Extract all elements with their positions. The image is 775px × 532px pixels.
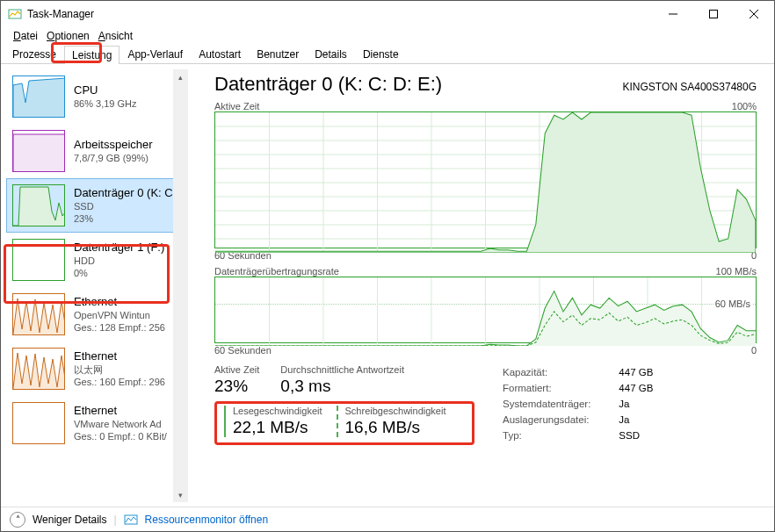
metric-resp-val: 0,3 ms — [280, 377, 404, 396]
sidebar-item-6[interactable]: EthernetVMware Network AdGes.: 0 Empf.: … — [6, 396, 185, 450]
sidebar-item-sub: OpenVPN Wintun — [74, 310, 165, 322]
menubar: Datei Optionen Ansicht — [1, 27, 774, 45]
sidebar-thumb — [12, 130, 65, 172]
minimize-button[interactable] — [653, 1, 693, 27]
sidebar-item-sub: HDD — [74, 255, 164, 268]
sidebar-item-title: Ethernet — [74, 404, 167, 417]
sidebar-item-0[interactable]: CPU86% 3,19 GHz — [6, 69, 185, 124]
sidebar-item-title: Arbeitsspeicher — [74, 138, 153, 151]
chart-transfer-rate: 60 MB/s — [214, 277, 757, 343]
detail-title: Datenträger 0 (K: C: D: E:) — [214, 73, 442, 96]
sidebar-item-sub: Ges.: 0 Empf.: 0 KBit/ — [74, 431, 167, 443]
sidebar-item-sub: VMware Network Ad — [74, 419, 167, 431]
window-title: Task-Manager — [27, 8, 653, 20]
svg-rect-0 — [9, 10, 21, 18]
highlight-readwrite: Lesegeschwindigkeit 22,1 MB/s Schreibges… — [214, 401, 474, 445]
svg-rect-32 — [125, 515, 137, 524]
menu-ansicht[interactable]: Ansicht — [95, 30, 136, 42]
titlebar: Task-Manager — [1, 1, 774, 27]
chevron-up-icon[interactable]: ˄ — [10, 512, 25, 528]
less-details-link[interactable]: Weniger Details — [33, 514, 106, 526]
tab-benutzer[interactable]: Benutzer — [249, 45, 307, 63]
app-icon — [8, 7, 22, 21]
chart1-label-tl: Aktive Zeit — [214, 101, 259, 111]
metric-active-val: 23% — [214, 377, 259, 396]
tabs: Prozesse Leistung App-Verlauf Autostart … — [1, 45, 774, 64]
table-row: Systemdatenträger:Ja — [503, 398, 679, 412]
menu-datei[interactable]: Datei — [10, 30, 41, 42]
tab-appverelauf[interactable]: App-Verlauf — [120, 45, 191, 63]
sidebar-item-5[interactable]: Ethernet以太网Ges.: 160 Empf.: 296 — [6, 341, 185, 396]
chart2-label-tl: Datenträgerübertragungsrate — [214, 266, 339, 277]
sidebar-item-2[interactable]: Datenträger 0 (K: C: D: E:)SSD23% — [6, 178, 185, 233]
table-row: Kapazität:447 GB — [503, 366, 679, 380]
sidebar: CPU86% 3,19 GHzArbeitsspeicher7,8/7,9 GB… — [1, 64, 188, 507]
sidebar-item-sub: 以太网 — [74, 364, 165, 377]
metric-resp-label: Durchschnittliche Antwortzeit — [280, 364, 404, 375]
tab-autostart[interactable]: Autostart — [191, 45, 249, 63]
footer: ˄ Weniger Details | Ressourcenmonitor öf… — [1, 507, 774, 531]
sidebar-item-title: Datenträger 1 (F:) — [74, 241, 164, 254]
chart2-label-tr: 100 MB/s — [716, 266, 757, 277]
svg-rect-2 — [710, 11, 718, 18]
table-row: Auslagerungsdatei:Ja — [503, 413, 679, 428]
sidebar-item-title: Ethernet — [74, 295, 165, 308]
resmon-icon — [124, 513, 138, 527]
detail-panel: Datenträger 0 (K: C: D: E:) KINGSTON SA4… — [188, 64, 774, 507]
sidebar-item-3[interactable]: Datenträger 1 (F:)HDD0% — [6, 233, 185, 287]
metric-active-label: Aktive Zeit — [214, 364, 259, 375]
sidebar-item-sub: SSD — [74, 201, 178, 213]
chart2-label-bl: 60 Sekunden — [214, 345, 272, 356]
sidebar-item-4[interactable]: EthernetOpenVPN WintunGes.: 128 Empf.: 2… — [6, 287, 185, 341]
sidebar-thumb — [12, 293, 65, 335]
metric-read-label: Lesegeschwindigkeit — [233, 406, 322, 416]
sidebar-item-title: CPU — [74, 83, 137, 97]
metric-write-label: Schreibgeschwindigkeit — [345, 406, 446, 416]
resmon-link[interactable]: Ressourcenmonitor öffnen — [145, 514, 269, 526]
metric-write-val: 16,6 MB/s — [345, 418, 446, 437]
sidebar-item-1[interactable]: Arbeitsspeicher7,8/7,9 GB (99%) — [6, 124, 185, 178]
sidebar-thumb — [12, 348, 65, 390]
scroll-down-icon[interactable]: ▾ — [173, 487, 188, 502]
sidebar-thumb — [12, 402, 65, 444]
tab-dienste[interactable]: Dienste — [355, 45, 407, 63]
chart1-label-tr: 100% — [732, 101, 757, 111]
maximize-button[interactable] — [693, 1, 734, 27]
tab-leistung[interactable]: Leistung — [64, 46, 120, 64]
sidebar-item-sub: Ges.: 160 Empf.: 296 — [74, 377, 165, 389]
close-button[interactable] — [734, 1, 774, 27]
table-row: Typ:SSD — [503, 429, 679, 443]
detail-model: KINGSTON SA400S37480G — [622, 81, 757, 93]
sidebar-item-title: Ethernet — [74, 349, 165, 363]
sidebar-item-sub: 7,8/7,9 GB (99%) — [74, 153, 153, 165]
chart2-label-br: 0 — [751, 345, 757, 356]
tab-prozesse[interactable]: Prozesse — [4, 45, 64, 63]
chart-active-time — [214, 111, 757, 248]
sidebar-item-sub: 23% — [74, 213, 178, 226]
table-row: Formatiert:447 GB — [503, 382, 679, 396]
properties-table: Kapazität:447 GBFormatiert:447 GBSystemd… — [501, 364, 681, 445]
sidebar-thumb — [12, 75, 65, 118]
menu-optionen[interactable]: Optionen — [43, 30, 93, 42]
sidebar-thumb — [12, 239, 65, 281]
sidebar-scrollbar[interactable]: ▴ ▾ — [173, 69, 188, 502]
metric-read-val: 22,1 MB/s — [233, 418, 322, 437]
sidebar-item-sub: 0% — [74, 268, 164, 280]
sidebar-item-title: Datenträger 0 (K: C: D: E:) — [74, 186, 178, 199]
sidebar-thumb — [12, 184, 65, 226]
sidebar-item-sub: Ges.: 128 Empf.: 256 — [74, 322, 165, 334]
sidebar-item-sub: 86% 3,19 GHz — [74, 98, 137, 111]
tab-details[interactable]: Details — [307, 45, 355, 63]
scroll-up-icon[interactable]: ▴ — [173, 69, 188, 84]
